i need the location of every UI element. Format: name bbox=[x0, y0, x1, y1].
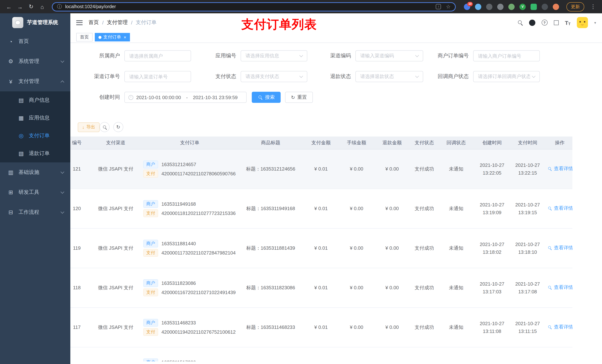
sidebar: 芋道管理系统 ◔ 首页 ⚙ 系统管理 ¥ 支付管理 ▤ 商户信息 bbox=[0, 13, 70, 364]
orders-table: 编号 支付渠道 支付订单 商品标题 支付金额 手续金额 退款金额 支付状态 回调… bbox=[70, 136, 602, 361]
tab-pay-order[interactable]: 支付订单 × bbox=[95, 33, 130, 42]
sidebar-item-payment[interactable]: ¥ 支付管理 bbox=[0, 71, 70, 91]
github-icon[interactable] bbox=[529, 20, 535, 26]
extension-icon[interactable] bbox=[531, 3, 537, 10]
tab-home[interactable]: 首页 bbox=[76, 33, 93, 42]
channel-order-no-label: 渠道订单号 bbox=[70, 73, 124, 80]
bookmark-star-icon[interactable]: ☆ bbox=[446, 4, 451, 10]
search-icon bbox=[548, 207, 552, 210]
breadcrumb-current: 支付订单 bbox=[136, 19, 157, 26]
workflow-icon: ⊟ bbox=[7, 209, 14, 216]
chevron-up-icon bbox=[61, 80, 64, 84]
extension-icon[interactable] bbox=[542, 3, 548, 10]
chevron-down-icon bbox=[299, 74, 303, 78]
home-icon[interactable]: ⌂ bbox=[38, 3, 47, 10]
refresh-button[interactable]: ↻ bbox=[113, 122, 123, 132]
font-size-icon[interactable]: TT bbox=[565, 20, 570, 26]
back-icon[interactable]: ← bbox=[4, 3, 13, 10]
view-detail-link[interactable]: 查看详情 bbox=[547, 245, 572, 251]
help-icon[interactable]: ? bbox=[541, 20, 547, 26]
view-detail-link[interactable]: 查看详情 bbox=[547, 284, 572, 291]
merchant-order-no-label: 商户订单编号 bbox=[423, 52, 473, 59]
navbar-actions: ? TT ▾ bbox=[517, 17, 596, 28]
avatar[interactable] bbox=[577, 17, 588, 28]
merchant-tag: 商户 bbox=[143, 160, 158, 168]
dashboard-icon: ◔ bbox=[7, 38, 14, 45]
sidebar-item-dev-tools[interactable]: ⊞ 研发工具 bbox=[0, 182, 70, 202]
extension-icon[interactable] bbox=[475, 3, 481, 10]
sidebar-item-home[interactable]: ◔ 首页 bbox=[0, 31, 70, 52]
search-button[interactable]: 搜索 bbox=[252, 92, 281, 103]
pay-status-select[interactable]: 请选择支付状态 bbox=[241, 71, 307, 82]
breadcrumb-home[interactable]: 首页 bbox=[88, 19, 99, 26]
sidebar-item-pay-order[interactable]: ◎ 支付订单 bbox=[0, 127, 70, 145]
col-pay-time: 支付时间 bbox=[508, 136, 547, 149]
reload-icon[interactable]: ↻ bbox=[27, 3, 35, 10]
clock-icon bbox=[129, 95, 133, 100]
forward-icon[interactable]: → bbox=[16, 3, 24, 10]
refresh-icon: ↻ bbox=[291, 94, 295, 100]
gear-icon: ⚙ bbox=[7, 58, 14, 65]
table-toolbar: ↓ 导出 ↻ bbox=[70, 122, 602, 132]
table-row: 121 微信 JSAPI 支付 商户1635312124657 支付420000… bbox=[70, 149, 572, 189]
logo-image bbox=[12, 17, 23, 28]
grid-icon: ▦ bbox=[18, 115, 24, 121]
extension-icon[interactable] bbox=[497, 3, 504, 10]
extension-avatar-icon[interactable] bbox=[553, 3, 559, 10]
fullscreen-icon[interactable] bbox=[554, 20, 559, 25]
refresh-icon: ↻ bbox=[116, 124, 120, 130]
merchant-tag: 商户 bbox=[143, 200, 158, 208]
date-range-picker[interactable]: 2021-10-01 00:00:00 - 2021-10-31 23:59:5… bbox=[124, 92, 247, 103]
extension-icon[interactable]: V bbox=[519, 3, 526, 10]
view-detail-link[interactable]: 查看详情 bbox=[547, 205, 572, 212]
yen-icon: ¥ bbox=[7, 78, 14, 84]
app-title: 芋道管理系统 bbox=[27, 19, 58, 26]
site-info-icon[interactable]: ⓘ bbox=[57, 3, 62, 10]
sidebar-item-workflow[interactable]: ⊟ 工作流程 bbox=[0, 202, 70, 222]
app-id-select[interactable]: 请选择应用信息 bbox=[241, 50, 307, 62]
browser-update-button[interactable]: 更新 bbox=[567, 2, 584, 11]
notify-status-select[interactable]: 请选择订单回调商户状态 bbox=[473, 71, 540, 82]
col-create-time: 创建时间 bbox=[476, 136, 508, 149]
export-button[interactable]: ↓ 导出 bbox=[78, 122, 100, 132]
toggle-search-button[interactable] bbox=[100, 122, 110, 132]
table-row: 117 微信 JSAPI 支付 商户1635311468233 支付420000… bbox=[70, 307, 572, 347]
extension-icon[interactable] bbox=[508, 3, 515, 10]
search-icon bbox=[258, 95, 262, 99]
view-detail-link[interactable]: 查看详情 bbox=[547, 324, 572, 330]
chevron-down-icon[interactable]: ▾ bbox=[594, 21, 596, 25]
merchant-order-no-input[interactable] bbox=[473, 50, 540, 62]
breadcrumb: 首页 / 支付管理 / 支付订单 bbox=[88, 19, 157, 26]
sidebar-item-app-info[interactable]: ▦ 应用信息 bbox=[0, 109, 70, 127]
sidebar-toggle-icon[interactable] bbox=[76, 20, 83, 25]
sidebar-item-refund-order[interactable]: ▧ 退款订单 bbox=[0, 145, 70, 162]
close-icon[interactable]: × bbox=[124, 35, 126, 40]
reset-button[interactable]: ↻ 重置 bbox=[285, 92, 313, 103]
address-bar[interactable]: ⓘ localhost:1024/pay/order ↑ ☆ bbox=[52, 2, 456, 11]
chevron-down-icon bbox=[61, 59, 64, 62]
extensions-area: 10 V bbox=[464, 3, 559, 10]
sidebar-item-infrastructure[interactable]: ▥ 基础设施 bbox=[0, 162, 70, 182]
refund-status-select[interactable]: 请选择退款状态 bbox=[355, 71, 423, 82]
table-row: 118 微信 JSAPI 支付 商户1635311823086 支付420000… bbox=[70, 268, 572, 307]
extension-icon[interactable] bbox=[486, 3, 492, 10]
sidebar-item-system[interactable]: ⚙ 系统管理 bbox=[0, 52, 70, 71]
create-time-label: 创建时间 bbox=[70, 94, 124, 101]
app-id-label: 应用编号 bbox=[191, 52, 241, 59]
pay-status-label: 支付状态 bbox=[191, 73, 241, 80]
sidebar-item-merchant-info[interactable]: ▤ 商户信息 bbox=[0, 91, 70, 109]
extension-icon[interactable]: 10 bbox=[464, 3, 470, 10]
share-icon[interactable]: ↑ bbox=[436, 4, 441, 9]
pay-tag: 支付 bbox=[143, 170, 158, 177]
target-icon: ◎ bbox=[18, 132, 24, 139]
merchant-input[interactable] bbox=[124, 50, 191, 62]
channel-code-select[interactable]: 请输入渠道编码 bbox=[355, 50, 423, 62]
channel-order-no-input[interactable] bbox=[124, 71, 191, 82]
pay-tag: 支付 bbox=[143, 249, 158, 257]
search-icon[interactable] bbox=[517, 20, 523, 25]
chevron-down-icon bbox=[61, 210, 64, 213]
view-detail-link[interactable]: 查看详情 bbox=[547, 165, 572, 172]
page-title-annotation: 支付订单列表 bbox=[241, 16, 317, 33]
browser-menu-icon[interactable]: ⋮ bbox=[589, 3, 598, 10]
breadcrumb-payment[interactable]: 支付管理 bbox=[107, 19, 128, 26]
